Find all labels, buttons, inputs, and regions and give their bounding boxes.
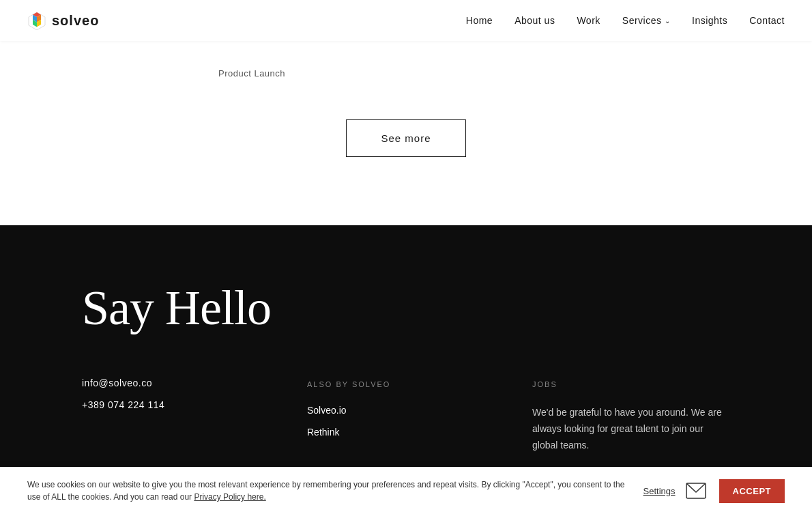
nav-item-home[interactable]: Home [466, 14, 493, 27]
navbar: solveo Home About us Work Services ⌄ Ins… [0, 0, 812, 41]
nav-item-insights[interactable]: Insights [692, 14, 727, 27]
upper-section: Product Launch See more [0, 41, 812, 225]
also-by-links: Solveo.io Rethink [307, 405, 505, 438]
solveo-io-link[interactable]: Solveo.io [307, 405, 505, 416]
nav-links: Home About us Work Services ⌄ Insights C… [466, 14, 785, 27]
jobs-title: JOBS [532, 380, 730, 388]
privacy-policy-link[interactable]: Privacy Policy here. [194, 492, 265, 502]
cookie-message: We use cookies on our website to give yo… [27, 479, 630, 503]
logo-text: solveo [52, 13, 99, 29]
contact-phone[interactable]: +389 074 224 114 [82, 399, 280, 410]
logo[interactable]: solveo [27, 11, 99, 30]
nav-item-about[interactable]: About us [514, 14, 555, 27]
jobs-description: We'd be grateful to have you around. We … [532, 405, 730, 453]
contact-email[interactable]: info@solveo.co [82, 377, 280, 388]
rethink-link[interactable]: Rethink [307, 427, 505, 438]
logo-icon [27, 11, 46, 30]
cookie-banner: We use cookies on our website to give yo… [0, 467, 812, 514]
say-hello-title: Say Hello [82, 280, 730, 337]
nav-item-services[interactable]: Services ⌄ [622, 15, 670, 26]
chevron-down-icon: ⌄ [665, 17, 671, 25]
cookie-accept-button[interactable]: ACCEPT [719, 479, 785, 503]
nav-item-contact[interactable]: Contact [749, 14, 785, 27]
cookie-actions: Settings ACCEPT [643, 479, 785, 503]
nav-item-work[interactable]: Work [577, 14, 600, 27]
cookie-settings-button[interactable]: Settings [643, 486, 676, 496]
see-more-button[interactable]: See more [346, 119, 465, 157]
product-launch-tag: Product Launch [0, 68, 812, 78]
see-more-container: See more [0, 119, 812, 157]
also-by-title: ALSO BY SOLVEO [307, 380, 505, 388]
email-icon [684, 479, 708, 503]
